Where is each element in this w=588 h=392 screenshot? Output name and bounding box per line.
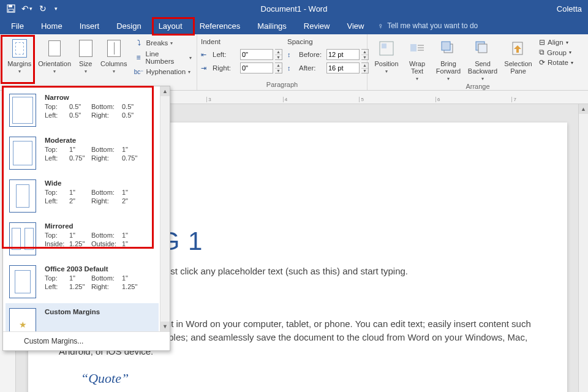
wrap-text-icon [409,38,425,59]
svg-marker-14 [514,45,521,53]
spacing-after-input[interactable] [326,62,360,74]
redo-button[interactable]: ↻ [36,1,50,16]
scroll-up-arrow[interactable]: ▲ [579,104,588,114]
scroll-down-icon[interactable]: ▼ [160,322,170,331]
margins-thumb-narrow [9,94,36,127]
margins-option-mirrored[interactable]: Mirrored Top:1"Bottom:1" Inside:1.25"Out… [6,217,159,260]
tab-layout[interactable]: Layout [150,18,191,34]
position-icon [379,38,394,59]
indent-right-icon: ⇥ [201,64,211,72]
margins-thumb-wide [9,179,36,213]
margins-dropdown: Narrow Top:0.5"Bottom:0.5" Left:0.5"Righ… [2,86,170,351]
svg-rect-4 [382,43,386,48]
svg-rect-2 [9,9,13,12]
indent-right-input[interactable] [240,62,273,74]
tell-me-placeholder: Tell me what you want to do [387,21,478,30]
wrap-text-button[interactable]: Wrap Text▾ [403,37,431,81]
save-button[interactable] [4,1,18,16]
scroll-up-icon[interactable]: ▲ [160,86,170,96]
undo-icon: ↶ [21,4,29,13]
margins-thumb-moderate [9,137,36,170]
vertical-scrollbar[interactable]: ▲ [578,104,588,392]
tab-insert[interactable]: Insert [71,18,108,34]
indent-left-input[interactable] [240,49,273,60]
rotate-icon: ⟳ [539,58,545,67]
user-name: Coletta [557,4,588,13]
ribbon-tabs: File Home Insert Design Layout Reference… [0,17,588,34]
tab-file[interactable]: File [2,18,32,34]
spacing-before-icon: ↕ [287,51,297,58]
margins-option-office-2003[interactable]: Office 2003 Default Top:1"Bottom:1" Left… [6,260,159,303]
breaks-button[interactable]: ⤵ Breaks▾ [133,38,193,48]
svg-rect-5 [410,44,417,51]
line-numbers-button[interactable]: ≡ Line Numbers▾ [133,50,193,66]
indent-right-spin[interactable]: ▲▼ [275,62,282,74]
margins-button[interactable]: Margins ▾ [4,37,36,74]
tab-references[interactable]: References [191,18,249,34]
margins-option-narrow[interactable]: Narrow Top:0.5"Bottom:0.5" Left:0.5"Righ… [6,89,159,132]
hyphenation-icon: bc⁻ [134,69,144,75]
hyphenation-button[interactable]: bc⁻ Hyphenation▾ [133,67,193,76]
margins-thumb-custom [9,308,36,331]
custom-margins-menu-item[interactable]: Custom Margins... [3,331,170,350]
orientation-icon [48,38,61,59]
orientation-button[interactable]: Orientation ▾ [37,37,73,74]
ribbon: Margins ▾ Orientation ▾ Size ▾ Columns ▾… [0,34,588,91]
line-numbers-icon: ≡ [134,53,143,62]
indent-heading: Indent [201,38,282,47]
margins-option-moderate[interactable]: Moderate Top:1"Bottom:1" Left:0.75"Right… [6,132,159,175]
bring-forward-icon [440,38,456,59]
rotate-button[interactable]: ⟳Rotate▾ [539,58,573,67]
spacing-heading: Spacing [287,38,369,47]
document-title: Document1 - Word [261,4,328,13]
columns-icon [107,38,121,59]
size-icon [79,38,92,59]
quote-text[interactable]: “Quote” [81,371,537,386]
margins-icon [12,38,27,59]
group-page-setup: Margins ▾ Orientation ▾ Size ▾ Columns ▾… [0,34,197,90]
tab-mailings[interactable]: Mailings [249,18,295,34]
size-button[interactable]: Size ▾ [74,37,97,74]
position-button[interactable]: Position▾ [371,37,402,74]
send-backward-button[interactable]: Send Backward▾ [466,37,500,81]
spacing-before-input[interactable] [326,49,360,60]
indent-left-icon: ⇤ [201,51,211,59]
redo-icon: ↻ [39,4,47,13]
svg-rect-1 [9,5,12,7]
save-icon [7,4,15,13]
svg-rect-10 [442,42,450,50]
tab-design[interactable]: Design [108,18,149,34]
margins-option-custom[interactable]: Custom Margins [6,303,159,331]
svg-rect-12 [478,44,487,53]
group-icon: ⧉ [539,48,545,56]
margins-thumb-office [9,265,36,298]
margins-thumb-mirrored [9,222,36,255]
title-bar: ↶▾ ↻ ▾ Document1 - Word Coletta [0,0,588,17]
send-backward-icon [475,38,491,59]
align-button[interactable]: ⊟Align▾ [539,38,568,47]
align-icon: ⊟ [539,38,545,47]
tab-home[interactable]: Home [32,18,71,34]
group-arrange: Position▾ Wrap Text▾ Bring Forward▾ Send… [368,34,588,90]
tell-me-search[interactable]: ♀ Tell me what you want to do [377,21,478,31]
columns-button[interactable]: Columns ▾ [99,37,129,74]
group-button[interactable]: ⧉Group▾ [539,48,571,56]
margins-option-wide[interactable]: Wide Top:1"Bottom:1" Left:2"Right:2" [6,175,159,217]
lightbulb-icon: ♀ [377,21,383,31]
undo-button[interactable]: ↶▾ [20,1,34,16]
selection-pane-button[interactable]: Selection Pane [501,37,535,75]
margins-panel-scrollbar[interactable]: ▲ ▼ [160,86,170,331]
tab-view[interactable]: View [338,18,372,34]
quick-access-toolbar: ↶▾ ↻ ▾ [0,1,60,16]
bring-forward-button[interactable]: Bring Forward▾ [432,37,464,81]
group-label-paragraph: Paragraph [201,80,363,90]
tab-review[interactable]: Review [295,18,339,34]
qat-customize[interactable]: ▾ [51,1,60,16]
group-paragraph: Indent ⇤ Left: ▲▼ ⇥ Right: ▲▼ [197,34,368,90]
selection-pane-icon [510,38,526,59]
breaks-icon: ⤵ [134,39,144,47]
indent-left-spin[interactable]: ▲▼ [275,49,282,60]
spacing-after-icon: ↕ [287,64,297,72]
